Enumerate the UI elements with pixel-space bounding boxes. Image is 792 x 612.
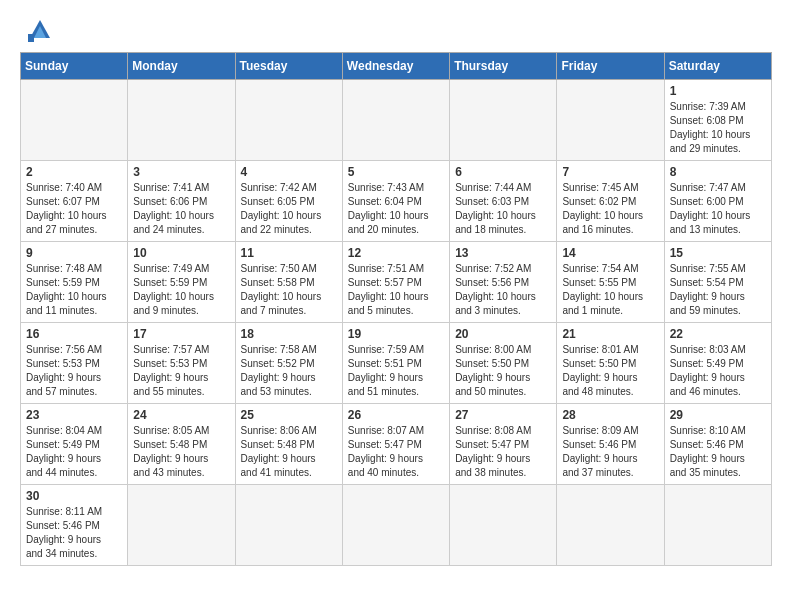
weekday-header-monday: Monday: [128, 53, 235, 80]
day-number: 20: [455, 327, 551, 341]
day-number: 11: [241, 246, 337, 260]
calendar-cell: 2Sunrise: 7:40 AM Sunset: 6:07 PM Daylig…: [21, 161, 128, 242]
calendar-cell: [235, 485, 342, 566]
calendar-cell: 11Sunrise: 7:50 AM Sunset: 5:58 PM Dayli…: [235, 242, 342, 323]
weekday-header-wednesday: Wednesday: [342, 53, 449, 80]
day-info: Sunrise: 7:55 AM Sunset: 5:54 PM Dayligh…: [670, 262, 766, 318]
weekday-header-row: SundayMondayTuesdayWednesdayThursdayFrid…: [21, 53, 772, 80]
calendar-cell: 24Sunrise: 8:05 AM Sunset: 5:48 PM Dayli…: [128, 404, 235, 485]
calendar-cell: 8Sunrise: 7:47 AM Sunset: 6:00 PM Daylig…: [664, 161, 771, 242]
calendar-week-4: 23Sunrise: 8:04 AM Sunset: 5:49 PM Dayli…: [21, 404, 772, 485]
day-number: 28: [562, 408, 658, 422]
day-info: Sunrise: 8:08 AM Sunset: 5:47 PM Dayligh…: [455, 424, 551, 480]
calendar-cell: [664, 485, 771, 566]
day-info: Sunrise: 7:51 AM Sunset: 5:57 PM Dayligh…: [348, 262, 444, 318]
calendar-cell: 5Sunrise: 7:43 AM Sunset: 6:04 PM Daylig…: [342, 161, 449, 242]
day-info: Sunrise: 7:42 AM Sunset: 6:05 PM Dayligh…: [241, 181, 337, 237]
day-number: 23: [26, 408, 122, 422]
calendar-cell: [342, 485, 449, 566]
calendar-cell: 14Sunrise: 7:54 AM Sunset: 5:55 PM Dayli…: [557, 242, 664, 323]
day-info: Sunrise: 8:00 AM Sunset: 5:50 PM Dayligh…: [455, 343, 551, 399]
weekday-header-tuesday: Tuesday: [235, 53, 342, 80]
day-number: 22: [670, 327, 766, 341]
day-info: Sunrise: 7:52 AM Sunset: 5:56 PM Dayligh…: [455, 262, 551, 318]
calendar-cell: [557, 485, 664, 566]
logo: [20, 16, 60, 44]
day-number: 13: [455, 246, 551, 260]
day-number: 16: [26, 327, 122, 341]
calendar-cell: 22Sunrise: 8:03 AM Sunset: 5:49 PM Dayli…: [664, 323, 771, 404]
day-info: Sunrise: 7:43 AM Sunset: 6:04 PM Dayligh…: [348, 181, 444, 237]
day-info: Sunrise: 8:05 AM Sunset: 5:48 PM Dayligh…: [133, 424, 229, 480]
weekday-header-sunday: Sunday: [21, 53, 128, 80]
calendar-cell: 29Sunrise: 8:10 AM Sunset: 5:46 PM Dayli…: [664, 404, 771, 485]
calendar-cell: 18Sunrise: 7:58 AM Sunset: 5:52 PM Dayli…: [235, 323, 342, 404]
calendar-cell: 21Sunrise: 8:01 AM Sunset: 5:50 PM Dayli…: [557, 323, 664, 404]
calendar-cell: 4Sunrise: 7:42 AM Sunset: 6:05 PM Daylig…: [235, 161, 342, 242]
calendar-cell: [128, 80, 235, 161]
day-number: 18: [241, 327, 337, 341]
calendar-week-5: 30Sunrise: 8:11 AM Sunset: 5:46 PM Dayli…: [21, 485, 772, 566]
calendar-week-0: 1Sunrise: 7:39 AM Sunset: 6:08 PM Daylig…: [21, 80, 772, 161]
calendar-cell: [21, 80, 128, 161]
calendar-cell: 1Sunrise: 7:39 AM Sunset: 6:08 PM Daylig…: [664, 80, 771, 161]
weekday-header-friday: Friday: [557, 53, 664, 80]
calendar-week-3: 16Sunrise: 7:56 AM Sunset: 5:53 PM Dayli…: [21, 323, 772, 404]
day-number: 7: [562, 165, 658, 179]
logo-icon: [20, 16, 56, 44]
day-info: Sunrise: 7:45 AM Sunset: 6:02 PM Dayligh…: [562, 181, 658, 237]
day-info: Sunrise: 7:41 AM Sunset: 6:06 PM Dayligh…: [133, 181, 229, 237]
day-info: Sunrise: 7:58 AM Sunset: 5:52 PM Dayligh…: [241, 343, 337, 399]
calendar-cell: 15Sunrise: 7:55 AM Sunset: 5:54 PM Dayli…: [664, 242, 771, 323]
day-info: Sunrise: 7:40 AM Sunset: 6:07 PM Dayligh…: [26, 181, 122, 237]
day-info: Sunrise: 8:01 AM Sunset: 5:50 PM Dayligh…: [562, 343, 658, 399]
day-info: Sunrise: 8:07 AM Sunset: 5:47 PM Dayligh…: [348, 424, 444, 480]
page-header: [20, 16, 772, 44]
day-number: 1: [670, 84, 766, 98]
calendar-cell: 9Sunrise: 7:48 AM Sunset: 5:59 PM Daylig…: [21, 242, 128, 323]
day-info: Sunrise: 8:03 AM Sunset: 5:49 PM Dayligh…: [670, 343, 766, 399]
calendar-cell: [450, 485, 557, 566]
day-info: Sunrise: 8:04 AM Sunset: 5:49 PM Dayligh…: [26, 424, 122, 480]
day-info: Sunrise: 7:48 AM Sunset: 5:59 PM Dayligh…: [26, 262, 122, 318]
day-info: Sunrise: 7:44 AM Sunset: 6:03 PM Dayligh…: [455, 181, 551, 237]
calendar-cell: 30Sunrise: 8:11 AM Sunset: 5:46 PM Dayli…: [21, 485, 128, 566]
calendar-cell: [342, 80, 449, 161]
calendar-cell: 7Sunrise: 7:45 AM Sunset: 6:02 PM Daylig…: [557, 161, 664, 242]
day-number: 21: [562, 327, 658, 341]
calendar-cell: 6Sunrise: 7:44 AM Sunset: 6:03 PM Daylig…: [450, 161, 557, 242]
weekday-header-saturday: Saturday: [664, 53, 771, 80]
calendar-week-2: 9Sunrise: 7:48 AM Sunset: 5:59 PM Daylig…: [21, 242, 772, 323]
calendar-week-1: 2Sunrise: 7:40 AM Sunset: 6:07 PM Daylig…: [21, 161, 772, 242]
day-info: Sunrise: 8:09 AM Sunset: 5:46 PM Dayligh…: [562, 424, 658, 480]
calendar-cell: 13Sunrise: 7:52 AM Sunset: 5:56 PM Dayli…: [450, 242, 557, 323]
day-number: 9: [26, 246, 122, 260]
day-number: 27: [455, 408, 551, 422]
day-number: 3: [133, 165, 229, 179]
calendar-cell: 20Sunrise: 8:00 AM Sunset: 5:50 PM Dayli…: [450, 323, 557, 404]
day-number: 2: [26, 165, 122, 179]
day-info: Sunrise: 7:50 AM Sunset: 5:58 PM Dayligh…: [241, 262, 337, 318]
day-info: Sunrise: 7:54 AM Sunset: 5:55 PM Dayligh…: [562, 262, 658, 318]
day-number: 24: [133, 408, 229, 422]
svg-rect-3: [28, 34, 34, 42]
day-info: Sunrise: 7:39 AM Sunset: 6:08 PM Dayligh…: [670, 100, 766, 156]
day-info: Sunrise: 8:06 AM Sunset: 5:48 PM Dayligh…: [241, 424, 337, 480]
calendar-cell: 10Sunrise: 7:49 AM Sunset: 5:59 PM Dayli…: [128, 242, 235, 323]
day-info: Sunrise: 7:47 AM Sunset: 6:00 PM Dayligh…: [670, 181, 766, 237]
calendar-cell: [557, 80, 664, 161]
calendar-cell: 28Sunrise: 8:09 AM Sunset: 5:46 PM Dayli…: [557, 404, 664, 485]
day-number: 15: [670, 246, 766, 260]
calendar-cell: 16Sunrise: 7:56 AM Sunset: 5:53 PM Dayli…: [21, 323, 128, 404]
day-info: Sunrise: 7:59 AM Sunset: 5:51 PM Dayligh…: [348, 343, 444, 399]
calendar-cell: 12Sunrise: 7:51 AM Sunset: 5:57 PM Dayli…: [342, 242, 449, 323]
day-number: 10: [133, 246, 229, 260]
day-number: 14: [562, 246, 658, 260]
day-number: 30: [26, 489, 122, 503]
calendar-cell: 19Sunrise: 7:59 AM Sunset: 5:51 PM Dayli…: [342, 323, 449, 404]
day-info: Sunrise: 7:56 AM Sunset: 5:53 PM Dayligh…: [26, 343, 122, 399]
calendar-cell: 26Sunrise: 8:07 AM Sunset: 5:47 PM Dayli…: [342, 404, 449, 485]
day-number: 5: [348, 165, 444, 179]
day-number: 25: [241, 408, 337, 422]
day-number: 4: [241, 165, 337, 179]
